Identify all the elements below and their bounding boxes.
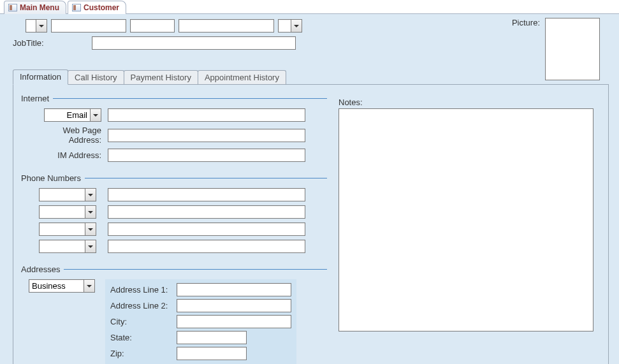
phone-type-2[interactable]	[40, 206, 85, 218]
phone-number-3[interactable]	[108, 222, 305, 236]
address-type-value[interactable]	[29, 280, 84, 292]
email-type-value[interactable]	[45, 109, 90, 121]
job-title-label: JobTitle:	[13, 38, 89, 48]
suffix-combo[interactable]	[278, 19, 302, 33]
customer-form: JobTitle: Picture: Information Call Hist…	[0, 14, 619, 364]
tab-information-body: Internet Web Page Address:	[13, 84, 609, 364]
detail-tab-strip: Information Call History Payment History…	[13, 69, 609, 84]
picture-label: Picture:	[512, 18, 540, 27]
phone-type-combo-2[interactable]	[39, 205, 96, 219]
addr-line2-label: Address Line 2:	[110, 301, 174, 310]
phone-type-1[interactable]	[40, 189, 85, 201]
addr-zip-field[interactable]	[177, 347, 247, 360]
job-title-field[interactable]	[92, 36, 296, 50]
phone-number-4[interactable]	[108, 240, 305, 253]
phone-number-2[interactable]	[108, 205, 305, 219]
form-icon	[72, 4, 81, 11]
tab-payment-history[interactable]: Payment History	[124, 70, 198, 84]
chevron-down-icon[interactable]	[291, 20, 302, 32]
suffix-combo-input[interactable]	[279, 20, 291, 32]
phone-type-combo-3[interactable]	[39, 222, 96, 236]
addresses-legend: Addresses	[21, 265, 64, 274]
phone-number-1[interactable]	[108, 188, 305, 201]
chevron-down-icon[interactable]	[36, 20, 47, 32]
im-field[interactable]	[108, 149, 305, 162]
addr-state-field[interactable]	[177, 331, 247, 344]
phone-type-4[interactable]	[40, 240, 85, 252]
web-label: Web Page Address:	[29, 126, 104, 145]
phone-type-3[interactable]	[40, 223, 85, 235]
internet-group: Internet Web Page Address:	[21, 94, 327, 166]
first-name-field[interactable]	[51, 19, 126, 33]
phone-type-combo-1[interactable]	[39, 188, 96, 201]
tab-customer[interactable]: Customer	[68, 1, 126, 14]
tab-information[interactable]: Information	[13, 69, 68, 85]
address-panel: Address Line 1: Address Line 2: City:	[105, 279, 296, 364]
tab-main-menu-label: Main Menu	[20, 3, 59, 12]
internet-legend: Internet	[21, 94, 53, 103]
chevron-down-icon[interactable]	[84, 280, 94, 292]
chevron-down-icon[interactable]	[85, 206, 96, 218]
form-icon	[8, 4, 17, 11]
tab-appointment-history[interactable]: Appointment History	[198, 70, 286, 84]
address-type-combo[interactable]	[29, 279, 95, 293]
addr-city-label: City:	[110, 317, 174, 326]
phone-group: Phone Numbers	[21, 173, 327, 257]
addr-zip-label: Zip:	[110, 349, 174, 358]
chevron-down-icon[interactable]	[85, 223, 96, 235]
im-label: IM Address:	[29, 150, 104, 160]
chevron-down-icon[interactable]	[85, 189, 96, 201]
phone-legend: Phone Numbers	[21, 173, 85, 183]
detail-tab-control: Information Call History Payment History…	[13, 69, 609, 364]
addr-state-label: State:	[110, 333, 174, 342]
title-combo-input[interactable]	[26, 20, 36, 32]
notes-field[interactable]	[339, 108, 594, 331]
email-type-combo[interactable]	[44, 108, 101, 122]
middle-name-field[interactable]	[130, 19, 175, 33]
addr-line2-field[interactable]	[177, 299, 291, 312]
chevron-down-icon[interactable]	[90, 109, 101, 121]
phone-type-combo-4[interactable]	[39, 240, 96, 253]
last-name-field[interactable]	[178, 19, 274, 33]
email-field[interactable]	[108, 108, 305, 122]
web-field[interactable]	[108, 129, 305, 142]
document-tab-bar: Main Menu Customer	[0, 0, 619, 14]
notes-area: Notes:	[339, 98, 594, 333]
addr-line1-label: Address Line 1:	[110, 285, 174, 295]
addr-city-field[interactable]	[177, 315, 291, 328]
tab-main-menu[interactable]: Main Menu	[4, 1, 66, 14]
title-combo[interactable]	[25, 19, 47, 33]
addresses-group: Addresses Address Line 1:	[21, 265, 327, 364]
notes-label: Notes:	[339, 98, 594, 107]
left-column: Internet Web Page Address:	[21, 94, 327, 364]
addr-line1-field[interactable]	[177, 283, 291, 296]
chevron-down-icon[interactable]	[85, 240, 96, 252]
tab-call-history[interactable]: Call History	[68, 70, 124, 84]
tab-customer-label: Customer	[84, 3, 119, 12]
